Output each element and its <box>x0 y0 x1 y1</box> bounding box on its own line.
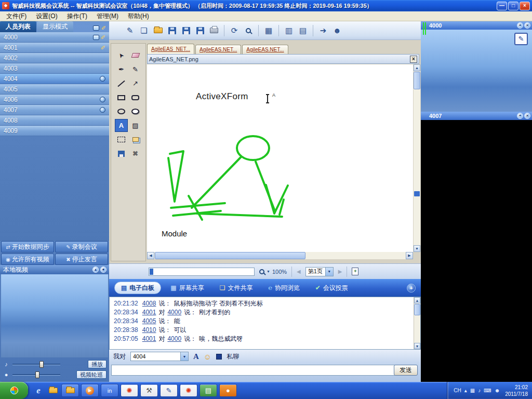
folder-quicklaunch-icon[interactable] <box>46 384 60 397</box>
taskbar-window-media-player[interactable]: ▶ <box>81 384 99 397</box>
detach-button[interactable]: ● <box>100 267 107 273</box>
tab-file-share[interactable]: ❏文件共享 <box>214 282 259 294</box>
taskbar-window-notes[interactable]: ▤ <box>200 384 217 397</box>
emoticon-button[interactable]: ☺ <box>204 352 211 361</box>
scroll-right-arrow[interactable]: ▶ <box>406 252 413 259</box>
new-page-icon[interactable]: ❏ <box>138 24 150 37</box>
refresh-icon[interactable]: ⟳ <box>228 24 241 37</box>
taskbar-window-conference2[interactable]: ✺ <box>180 384 197 397</box>
taskbar-window-browser[interactable]: ● <box>219 384 237 397</box>
user-row[interactable]: 4005 <box>0 84 109 95</box>
user-row[interactable]: 4009 <box>0 126 109 136</box>
user-row[interactable]: 4008 <box>0 115 109 126</box>
chat-user-link[interactable]: 4001 <box>142 309 156 316</box>
user-row-selected[interactable]: 4004 <box>0 74 109 84</box>
chat-recipient-select[interactable]: 4004 ▼ <box>130 352 189 361</box>
taskbar-window-in-app[interactable]: in <box>101 384 118 397</box>
record-meeting-button[interactable]: ✎录制会议 <box>55 241 108 252</box>
send-button[interactable]: 发送 <box>394 365 418 376</box>
font-button[interactable]: A <box>193 352 199 361</box>
taskbar-window-tools[interactable]: ⚒ <box>140 384 158 397</box>
video-close-button[interactable]: × <box>524 22 530 29</box>
vertical-scroll-thumb[interactable] <box>414 72 420 89</box>
scroll-left-arrow[interactable]: ◀ <box>147 252 154 259</box>
ellipse-tool[interactable] <box>115 105 128 118</box>
chat-scroll-thumb[interactable] <box>414 304 420 315</box>
private-chat-checkbox[interactable] <box>216 354 222 360</box>
remote-video-header[interactable]: 4007 + × <box>421 112 532 120</box>
save-as-icon[interactable] <box>180 24 192 37</box>
language-indicator[interactable]: CH <box>454 388 461 393</box>
chat-user-link[interactable]: 4001 <box>142 335 156 342</box>
user-row[interactable]: 4006 <box>0 95 109 105</box>
hide-icons-arrow[interactable]: ▴ <box>464 388 467 393</box>
page-dropdown-arrow[interactable]: ▼ <box>325 268 333 276</box>
arrow-line-tool[interactable]: ↗ <box>129 77 142 90</box>
video-cycle-button[interactable]: 视频轮巡 <box>76 370 107 379</box>
rounded-rect-tool[interactable] <box>129 91 142 104</box>
video-close-button[interactable]: × <box>524 113 530 119</box>
menu-file[interactable]: 文件(F) <box>2 11 31 21</box>
video-add-button[interactable]: + <box>517 113 523 119</box>
start-data-sync-button[interactable]: ⇄开始数据同步 <box>1 241 54 252</box>
chat-scrollbar[interactable]: ▲ ▼ <box>414 297 420 349</box>
maximize-button[interactable]: □ <box>508 2 518 10</box>
more-features-button[interactable]: + <box>407 284 416 292</box>
line-tool[interactable] <box>115 77 128 90</box>
keyboard-icon[interactable]: ⌨ <box>484 388 491 393</box>
layout-monitor-icon[interactable] <box>93 25 99 31</box>
select-region-tool[interactable] <box>115 133 128 146</box>
taskbar-window-conference[interactable]: ✺ <box>121 384 138 397</box>
close-button[interactable]: × <box>520 2 530 10</box>
menu-settings[interactable]: 设置(O) <box>31 11 62 21</box>
pencil-tool[interactable]: ✎ <box>129 63 142 76</box>
tab-screen-share[interactable]: ▦屏幕共享 <box>164 282 210 294</box>
save-image-tool[interactable] <box>115 147 128 160</box>
eraser-tool[interactable] <box>129 49 142 62</box>
tab-user-list[interactable]: 人员列表 <box>0 21 36 32</box>
wand-icon[interactable]: ✐ <box>101 25 106 31</box>
grid-icon[interactable]: ▦ <box>262 24 275 37</box>
mic-volume-slider[interactable] <box>12 371 60 378</box>
canvas-horizontal-scrollbar[interactable]: ◀ ▶ <box>147 252 413 259</box>
zoom-icon[interactable] <box>242 24 255 37</box>
menu-manage[interactable]: 管理(M) <box>92 11 123 21</box>
minimize-button[interactable]: — <box>497 2 507 10</box>
recipient-dropdown-arrow[interactable]: ▼ <box>180 352 188 361</box>
export-icon[interactable]: ➔ <box>317 24 329 37</box>
doc-tab-2[interactable]: AgileEAS.NET... <box>195 45 241 54</box>
text-tool-selected[interactable]: A <box>115 119 128 132</box>
canvas-vertical-scrollbar[interactable]: ▲ ▼ <box>414 64 420 252</box>
ie-quicklaunch-icon[interactable]: e <box>32 384 45 397</box>
user-row[interactable]: 4001 ✐ <box>0 43 109 53</box>
pointer-tool[interactable]: ➤ <box>115 49 128 62</box>
user-row[interactable]: 4007 <box>0 105 109 115</box>
open-file-icon[interactable] <box>152 24 164 37</box>
user-status-icon[interactable]: ☻ <box>495 388 500 393</box>
save-icon[interactable] <box>166 24 178 37</box>
panel-layout-icon[interactable]: ▥ <box>283 24 295 37</box>
chat-scroll-up[interactable]: ▲ <box>414 297 420 303</box>
insert-image-tool[interactable] <box>129 133 142 146</box>
chat-user-link[interactable]: 4000 <box>167 335 181 342</box>
pen-tool[interactable]: ✒ <box>115 63 128 76</box>
chat-user-link[interactable]: 4000 <box>167 309 181 316</box>
allow-all-video-button[interactable]: ◉允许所有视频 <box>1 254 54 265</box>
save-all-icon[interactable] <box>194 24 206 37</box>
close-file-button[interactable]: × <box>410 56 417 63</box>
horizontal-scroll-thumb[interactable] <box>155 252 305 259</box>
tab-voting[interactable]: ✔会议投票 <box>309 282 354 294</box>
pin-button[interactable]: ▴ <box>92 267 99 273</box>
scroll-up-arrow[interactable]: ▲ <box>414 64 420 71</box>
play-button[interactable]: 播放 <box>88 360 107 368</box>
print-icon[interactable] <box>208 24 220 37</box>
speaker-volume-slider[interactable] <box>12 361 60 368</box>
filled-ellipse-tool[interactable] <box>129 105 142 118</box>
user-row[interactable]: 4003 <box>0 63 109 74</box>
chat-scroll-down[interactable]: ▼ <box>414 343 420 349</box>
chat-user-link[interactable]: 4005 <box>142 317 156 325</box>
user-row[interactable]: 4000 ✐ <box>0 32 109 43</box>
doc-tab-1[interactable]: AgileEAS_NET... <box>147 44 194 54</box>
menu-operate[interactable]: 操作(T) <box>62 11 92 21</box>
page-select[interactable]: 第1页 ▼ <box>305 267 334 276</box>
